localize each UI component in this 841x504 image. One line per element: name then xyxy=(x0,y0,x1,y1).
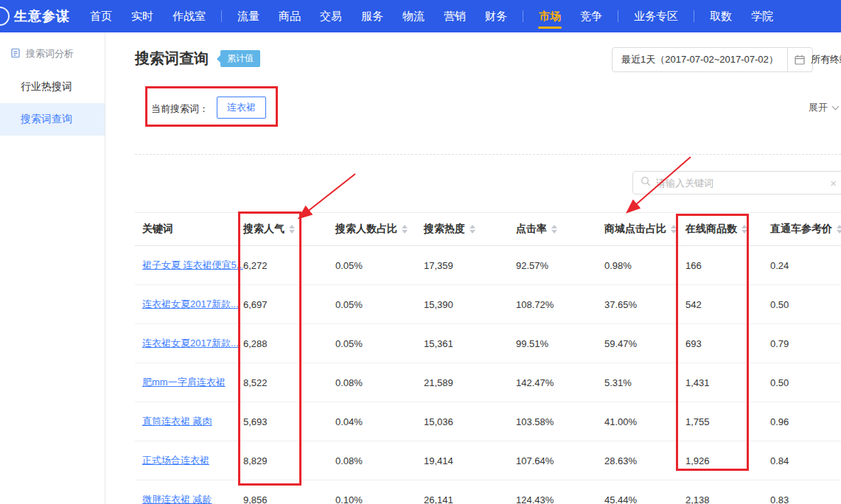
nav-item-realtime[interactable]: 实时 xyxy=(122,0,163,32)
cell-mall-click-ratio: 41.00% xyxy=(604,416,685,427)
column-label: 搜索人数占比 xyxy=(335,223,397,236)
sort-icon[interactable] xyxy=(551,225,557,234)
cell-search-user-ratio: 0.08% xyxy=(335,377,424,388)
cell-ztc-reference-price: 0.24 xyxy=(770,260,841,271)
cell-search-popularity: 9,856 xyxy=(243,494,335,504)
sidebar-item-search-word-query[interactable]: 搜索词查询 xyxy=(0,103,105,136)
cell-click-rate: 107.64% xyxy=(516,455,604,466)
cell-mall-click-ratio: 59.47% xyxy=(604,338,685,349)
expand-label: 展开 xyxy=(809,102,828,113)
cell-online-products: 1,431 xyxy=(685,377,770,388)
keyword-link[interactable]: 正式场合连衣裙 xyxy=(142,455,209,466)
column-header-click-rate[interactable]: 点击率 xyxy=(516,223,604,236)
keyword-link[interactable]: 肥mm一字肩连衣裙 xyxy=(142,377,226,388)
cell-ztc-reference-price: 0.96 xyxy=(770,416,841,427)
keyword-link[interactable]: 连衣裙女夏2017新款... xyxy=(142,298,239,309)
column-header-keyword: 关键词 xyxy=(135,223,243,236)
nav-divider xyxy=(221,10,222,22)
nav-item-competition[interactable]: 竞争 xyxy=(570,0,612,32)
cell-search-heat: 19,414 xyxy=(424,455,516,466)
nav-item-traffic[interactable]: 流量 xyxy=(228,0,269,32)
sort-icon[interactable] xyxy=(289,225,295,234)
nav-item-market[interactable]: 市场 xyxy=(529,0,570,32)
sidebar-item-industry-hot-words[interactable]: 行业热搜词 xyxy=(0,71,105,103)
terminal-select[interactable]: 所有终端 xyxy=(811,47,841,72)
cell-click-rate: 142.47% xyxy=(516,377,604,388)
nav-item-home[interactable]: 首页 xyxy=(80,0,122,32)
nav-item-finance[interactable]: 财务 xyxy=(475,0,517,32)
column-header-search-popularity[interactable]: 搜索人气 xyxy=(243,223,335,236)
cell-ztc-reference-price: 0.83 xyxy=(770,494,841,504)
cell-keyword: 微胖连衣裙 减龄 xyxy=(135,493,243,504)
cell-search-popularity: 6,272 xyxy=(243,260,335,271)
column-header-mall-click-ratio[interactable]: 商城点击占比 xyxy=(604,223,685,236)
page-title: 搜索词查询 xyxy=(135,49,209,69)
cell-search-user-ratio: 0.04% xyxy=(335,416,424,427)
cell-mall-click-ratio: 28.63% xyxy=(604,455,685,466)
cell-click-rate: 103.58% xyxy=(516,416,604,427)
column-label: 搜索人气 xyxy=(243,223,285,236)
nav-item-service[interactable]: 服务 xyxy=(352,0,393,32)
search-terms-table: 关键词搜索人气搜索人数占比搜索热度点击率商城点击占比在线商品数直通车参考价 裙子… xyxy=(135,212,841,504)
keyword-search-box[interactable]: × xyxy=(632,171,841,195)
sort-icon[interactable] xyxy=(470,225,475,234)
cell-ztc-reference-price: 0.79 xyxy=(770,338,841,349)
cell-click-rate: 99.51% xyxy=(516,338,604,349)
cell-search-user-ratio: 0.05% xyxy=(335,338,424,349)
nav-item-marketing[interactable]: 营销 xyxy=(434,0,475,32)
table-row: 裙子女夏 连衣裙便宜5...6,2720.05%17,35992.57%0.98… xyxy=(135,246,841,285)
sidebar: 搜索词分析 行业热搜词 搜索词查询 xyxy=(0,32,105,504)
sort-icon[interactable] xyxy=(837,225,841,234)
cell-search-popularity: 8,829 xyxy=(243,455,335,466)
column-header-online-products[interactable]: 在线商品数 xyxy=(685,223,770,236)
sidebar-section-search-analysis[interactable]: 搜索词分析 xyxy=(0,32,105,71)
section-divider xyxy=(135,154,841,155)
keyword-search-input[interactable] xyxy=(656,178,825,189)
sort-icon[interactable] xyxy=(671,225,677,234)
cell-search-user-ratio: 0.05% xyxy=(335,299,424,310)
sort-icon[interactable] xyxy=(741,225,747,234)
nav-item-war-room[interactable]: 作战室 xyxy=(163,0,215,32)
column-header-search-heat[interactable]: 搜索热度 xyxy=(424,223,516,236)
document-chart-icon xyxy=(10,48,21,60)
column-label: 点击率 xyxy=(516,223,547,236)
calendar-icon[interactable] xyxy=(787,48,812,71)
keyword-link[interactable]: 裙子女夏 连衣裙便宜5... xyxy=(142,259,243,270)
column-label: 关键词 xyxy=(142,223,173,236)
nav-divider xyxy=(618,10,618,22)
cell-click-rate: 124.43% xyxy=(516,494,604,504)
table-row: 微胖连衣裙 减龄9,8560.10%26,141124.43%45.44%2,1… xyxy=(135,480,841,504)
app-logo[interactable]: 生意参谋 xyxy=(0,7,70,26)
keyword-link[interactable]: 直筒连衣裙 藏肉 xyxy=(142,416,212,427)
column-header-search-user-ratio[interactable]: 搜索人数占比 xyxy=(335,223,424,236)
nav-item-trade[interactable]: 交易 xyxy=(310,0,352,32)
nav-item-academy[interactable]: 学院 xyxy=(741,0,783,32)
current-search-term-chip[interactable]: 连衣裙 xyxy=(217,97,266,119)
current-search-term-label: 当前搜索词： xyxy=(151,102,209,116)
sort-icon[interactable] xyxy=(402,225,408,234)
cell-ztc-reference-price: 0.50 xyxy=(770,377,841,388)
keyword-link[interactable]: 连衣裙女夏2017新款... xyxy=(142,337,239,349)
cell-keyword: 肥mm一字肩连衣裙 xyxy=(135,376,243,389)
date-range-picker[interactable]: 最近1天（2017-07-02~2017-07-02） xyxy=(612,47,813,72)
table-row: 直筒连衣裙 藏肉5,6930.04%15,036103.58%41.00%1,7… xyxy=(135,402,841,441)
column-label: 直通车参考价 xyxy=(770,223,832,236)
cell-mall-click-ratio: 5.31% xyxy=(604,377,685,388)
nav-item-product[interactable]: 商品 xyxy=(269,0,310,32)
nav-item-logistics[interactable]: 物流 xyxy=(393,0,434,32)
expand-link[interactable]: 展开 xyxy=(809,101,838,114)
sidebar-section-label: 搜索词分析 xyxy=(26,47,74,60)
nav-item-data-extract[interactable]: 取数 xyxy=(700,0,741,32)
cell-click-rate: 108.72% xyxy=(516,299,604,310)
cell-search-heat: 17,359 xyxy=(424,260,516,271)
top-nav-bar: 生意参谋 首页实时作战室流量商品交易服务物流营销财务市场竞争业务专区取数学院 xyxy=(0,0,841,32)
nav-item-business-zone[interactable]: 业务专区 xyxy=(624,0,688,32)
keyword-link[interactable]: 微胖连衣裙 减龄 xyxy=(142,494,212,504)
table-row: 连衣裙女夏2017新款...6,6970.05%15,390108.72%37.… xyxy=(135,285,841,324)
cell-keyword: 连衣裙女夏2017新款... xyxy=(135,298,243,311)
clear-icon[interactable]: × xyxy=(830,178,837,189)
cell-search-heat: 15,361 xyxy=(424,338,516,349)
cell-search-popularity: 6,288 xyxy=(243,338,335,349)
column-header-ztc-reference-price[interactable]: 直通车参考价 xyxy=(770,223,841,236)
cell-search-popularity: 5,693 xyxy=(243,416,335,427)
